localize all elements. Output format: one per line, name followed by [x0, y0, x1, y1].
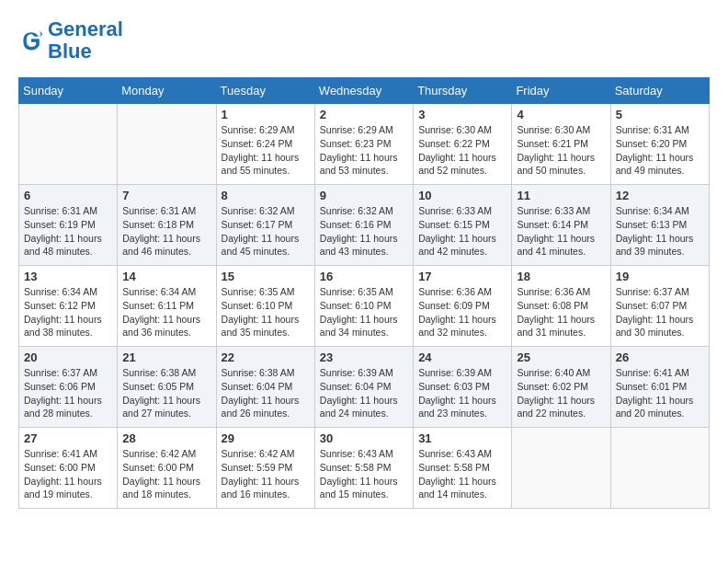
day-number: 8 — [222, 189, 310, 202]
day-info: Sunrise: 6:40 AMSunset: 6:02 PMDaylight:… — [517, 366, 605, 420]
day-info: Sunrise: 6:39 AMSunset: 6:04 PMDaylight:… — [320, 366, 408, 420]
calendar-day-cell: 21Sunrise: 6:38 AMSunset: 6:05 PMDayligh… — [118, 347, 216, 428]
day-info: Sunrise: 6:31 AMSunset: 6:18 PMDaylight:… — [122, 204, 210, 259]
calendar-week-row: 20Sunrise: 6:37 AMSunset: 6:06 PMDayligh… — [19, 347, 710, 428]
calendar-week-row: 6Sunrise: 6:31 AMSunset: 6:19 PMDaylight… — [19, 185, 710, 266]
day-info: Sunrise: 6:43 AMSunset: 5:58 PMDaylight:… — [418, 447, 506, 501]
calendar-day-cell: 1Sunrise: 6:29 AMSunset: 6:24 PMDaylight… — [216, 104, 314, 185]
day-info: Sunrise: 6:34 AMSunset: 6:13 PMDaylight:… — [616, 204, 704, 259]
day-info: Sunrise: 6:39 AMSunset: 6:03 PMDaylight:… — [418, 366, 506, 420]
calendar-day-cell: 13Sunrise: 6:34 AMSunset: 6:12 PMDayligh… — [19, 266, 118, 347]
calendar-day-cell: 27Sunrise: 6:41 AMSunset: 6:00 PMDayligh… — [19, 428, 118, 509]
day-number: 24 — [418, 350, 506, 364]
day-info: Sunrise: 6:41 AMSunset: 6:00 PMDaylight:… — [24, 447, 112, 501]
calendar-table: SundayMondayTuesdayWednesdayThursdayFrid… — [18, 77, 710, 509]
weekday-header: Tuesday — [216, 78, 314, 104]
day-number: 14 — [122, 270, 210, 283]
calendar-day-cell: 20Sunrise: 6:37 AMSunset: 6:06 PMDayligh… — [19, 347, 118, 428]
day-info: Sunrise: 6:37 AMSunset: 6:06 PMDaylight:… — [24, 366, 112, 420]
calendar-day-cell: 24Sunrise: 6:39 AMSunset: 6:03 PMDayligh… — [414, 347, 512, 428]
calendar-day-cell: 5Sunrise: 6:31 AMSunset: 6:20 PMDaylight… — [610, 104, 709, 185]
day-info: Sunrise: 6:42 AMSunset: 5:59 PMDaylight:… — [222, 447, 310, 501]
day-info: Sunrise: 6:42 AMSunset: 6:00 PMDaylight:… — [122, 447, 210, 501]
calendar-header-row: SundayMondayTuesdayWednesdayThursdayFrid… — [19, 78, 710, 104]
calendar-day-cell: 17Sunrise: 6:36 AMSunset: 6:09 PMDayligh… — [414, 266, 512, 347]
day-number: 16 — [320, 270, 408, 283]
calendar-day-cell: 19Sunrise: 6:37 AMSunset: 6:07 PMDayligh… — [610, 266, 709, 347]
calendar-day-cell: 9Sunrise: 6:32 AMSunset: 6:16 PMDaylight… — [314, 185, 413, 266]
day-info: Sunrise: 6:34 AMSunset: 6:11 PMDaylight:… — [122, 285, 210, 339]
calendar-day-cell: 29Sunrise: 6:42 AMSunset: 5:59 PMDayligh… — [216, 428, 314, 509]
day-info: Sunrise: 6:29 AMSunset: 6:24 PMDaylight:… — [222, 123, 310, 178]
day-number: 12 — [616, 189, 704, 202]
day-info: Sunrise: 6:34 AMSunset: 6:12 PMDaylight:… — [24, 285, 112, 339]
day-info: Sunrise: 6:38 AMSunset: 6:04 PMDaylight:… — [222, 366, 310, 420]
calendar-day-cell: 6Sunrise: 6:31 AMSunset: 6:19 PMDaylight… — [19, 185, 118, 266]
calendar-day-cell: 18Sunrise: 6:36 AMSunset: 6:08 PMDayligh… — [512, 266, 610, 347]
calendar-day-cell — [610, 428, 709, 509]
weekday-header: Sunday — [19, 78, 118, 104]
calendar-day-cell: 10Sunrise: 6:33 AMSunset: 6:15 PMDayligh… — [414, 185, 512, 266]
day-info: Sunrise: 6:36 AMSunset: 6:08 PMDaylight:… — [517, 285, 605, 339]
calendar-day-cell: 26Sunrise: 6:41 AMSunset: 6:01 PMDayligh… — [610, 347, 709, 428]
day-number: 10 — [418, 189, 506, 202]
day-number: 25 — [517, 350, 605, 364]
calendar-day-cell: 8Sunrise: 6:32 AMSunset: 6:17 PMDaylight… — [216, 185, 314, 266]
day-info: Sunrise: 6:36 AMSunset: 6:09 PMDaylight:… — [418, 285, 506, 339]
calendar-day-cell: 12Sunrise: 6:34 AMSunset: 6:13 PMDayligh… — [610, 185, 709, 266]
calendar-day-cell: 14Sunrise: 6:34 AMSunset: 6:11 PMDayligh… — [118, 266, 216, 347]
calendar-day-cell: 31Sunrise: 6:43 AMSunset: 5:58 PMDayligh… — [414, 428, 512, 509]
calendar-day-cell: 11Sunrise: 6:33 AMSunset: 6:14 PMDayligh… — [512, 185, 610, 266]
calendar-day-cell: 3Sunrise: 6:30 AMSunset: 6:22 PMDaylight… — [414, 104, 512, 185]
day-number: 28 — [122, 431, 210, 445]
page-header: GeneralBlue — [18, 18, 710, 63]
calendar-day-cell: 16Sunrise: 6:35 AMSunset: 6:10 PMDayligh… — [314, 266, 413, 347]
weekday-header: Wednesday — [314, 78, 413, 104]
day-info: Sunrise: 6:32 AMSunset: 6:17 PMDaylight:… — [222, 204, 310, 259]
day-info: Sunrise: 6:35 AMSunset: 6:10 PMDaylight:… — [320, 285, 408, 339]
day-number: 3 — [418, 108, 506, 121]
weekday-header: Friday — [512, 78, 610, 104]
calendar-day-cell: 2Sunrise: 6:29 AMSunset: 6:23 PMDaylight… — [314, 104, 413, 185]
day-info: Sunrise: 6:38 AMSunset: 6:05 PMDaylight:… — [122, 366, 210, 420]
calendar-day-cell — [19, 104, 118, 185]
calendar-week-row: 27Sunrise: 6:41 AMSunset: 6:00 PMDayligh… — [19, 428, 710, 509]
logo-icon — [18, 28, 44, 53]
day-number: 26 — [616, 350, 704, 364]
calendar-day-cell: 30Sunrise: 6:43 AMSunset: 5:58 PMDayligh… — [314, 428, 413, 509]
day-info: Sunrise: 6:33 AMSunset: 6:15 PMDaylight:… — [418, 204, 506, 259]
day-number: 30 — [320, 431, 408, 445]
day-number: 31 — [418, 431, 506, 445]
day-number: 7 — [122, 189, 210, 202]
calendar-day-cell: 4Sunrise: 6:30 AMSunset: 6:21 PMDaylight… — [512, 104, 610, 185]
day-info: Sunrise: 6:31 AMSunset: 6:19 PMDaylight:… — [24, 204, 112, 259]
day-info: Sunrise: 6:30 AMSunset: 6:22 PMDaylight:… — [418, 123, 506, 178]
day-info: Sunrise: 6:35 AMSunset: 6:10 PMDaylight:… — [222, 285, 310, 339]
calendar-day-cell — [512, 428, 610, 509]
calendar-week-row: 13Sunrise: 6:34 AMSunset: 6:12 PMDayligh… — [19, 266, 710, 347]
calendar-day-cell: 25Sunrise: 6:40 AMSunset: 6:02 PMDayligh… — [512, 347, 610, 428]
day-number: 27 — [24, 431, 112, 445]
day-number: 9 — [320, 189, 408, 202]
calendar-day-cell: 7Sunrise: 6:31 AMSunset: 6:18 PMDaylight… — [118, 185, 216, 266]
day-info: Sunrise: 6:31 AMSunset: 6:20 PMDaylight:… — [616, 123, 704, 178]
day-number: 23 — [320, 350, 408, 364]
calendar-day-cell: 15Sunrise: 6:35 AMSunset: 6:10 PMDayligh… — [216, 266, 314, 347]
day-info: Sunrise: 6:37 AMSunset: 6:07 PMDaylight:… — [616, 285, 704, 339]
day-number: 21 — [122, 350, 210, 364]
day-number: 20 — [24, 350, 112, 364]
day-number: 13 — [24, 270, 112, 283]
day-number: 4 — [517, 108, 605, 121]
day-number: 17 — [418, 270, 506, 283]
day-info: Sunrise: 6:29 AMSunset: 6:23 PMDaylight:… — [320, 123, 408, 178]
calendar-day-cell — [118, 104, 216, 185]
day-number: 6 — [24, 189, 112, 202]
calendar-day-cell: 28Sunrise: 6:42 AMSunset: 6:00 PMDayligh… — [118, 428, 216, 509]
logo: GeneralBlue — [18, 18, 123, 63]
day-number: 22 — [222, 350, 310, 364]
calendar-day-cell: 22Sunrise: 6:38 AMSunset: 6:04 PMDayligh… — [216, 347, 314, 428]
day-info: Sunrise: 6:41 AMSunset: 6:01 PMDaylight:… — [616, 366, 704, 420]
day-number: 1 — [222, 108, 310, 121]
day-number: 29 — [222, 431, 310, 445]
logo-text: GeneralBlue — [48, 18, 123, 63]
